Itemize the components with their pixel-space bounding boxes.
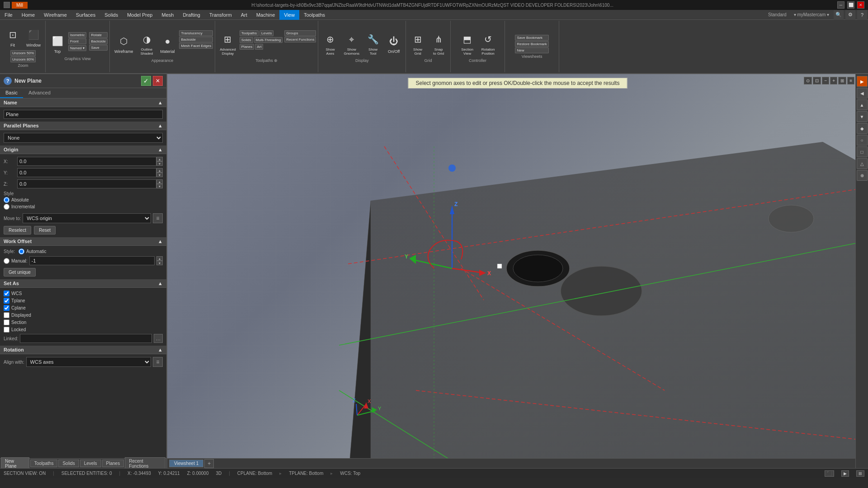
show-tool-button[interactable]: 🔧 ShowTool [363, 30, 383, 57]
menu-drafting[interactable]: Drafting [178, 10, 205, 20]
name-input[interactable] [4, 110, 163, 119]
save-bookmark-button[interactable]: Save Bookmark [515, 35, 548, 41]
right-btn-1[interactable]: ▶ [857, 76, 868, 87]
right-btn-5[interactable]: ◆ [857, 123, 868, 134]
minimize-button[interactable]: ─ [837, 1, 844, 9]
menu-surfaces[interactable]: Surfaces [71, 10, 100, 20]
manual-value-input[interactable] [29, 256, 155, 265]
restore-button[interactable]: ⬜ [847, 1, 854, 9]
menu-home[interactable]: Home [17, 10, 39, 20]
name-section-header[interactable]: Name ▲ [0, 99, 166, 107]
menu-model-prep[interactable]: Model Prep [123, 10, 157, 20]
restore-bookmark-button[interactable]: Restore Bookmark [515, 41, 548, 47]
automatic-radio[interactable] [19, 249, 24, 254]
wcs-checkbox[interactable] [4, 291, 9, 296]
section-checkbox-row[interactable]: Section [4, 319, 163, 325]
status-btn-3[interactable]: ⊞ [856, 470, 864, 477]
right-btn-7[interactable]: □ [857, 146, 868, 157]
menu-wireframe[interactable]: Wireframe [39, 10, 71, 20]
manual-spin-down[interactable]: ▼ [156, 261, 163, 265]
cplane-status[interactable]: CPLANE: Bottom [237, 471, 272, 476]
linked-browse-button[interactable]: … [154, 334, 163, 343]
pbt-recent-functions[interactable]: Recent Functions [125, 457, 165, 469]
reselect-button[interactable]: Reselect [4, 226, 31, 235]
unzoom80-button[interactable]: Unzoom 80% [10, 56, 36, 62]
set-as-header[interactable]: Set As ▲ [0, 279, 166, 288]
move-to-select[interactable]: WCS origin [23, 213, 151, 223]
isometric-button[interactable]: Isometric [68, 32, 86, 38]
right-btn-2[interactable]: ◀ [857, 88, 868, 99]
top-view-button[interactable]: ⬜ Top [47, 32, 67, 56]
right-btn-4[interactable]: ▼ [857, 111, 868, 122]
tab-mill[interactable]: Mill [12, 2, 28, 9]
help-button[interactable]: ? [857, 10, 867, 20]
unzoom50-button[interactable]: Unzoom 50% [10, 50, 36, 56]
levels-btn[interactable]: Levels [259, 30, 274, 36]
new-viewsheet-button[interactable]: New [515, 47, 548, 53]
close-button[interactable]: ✕ [857, 1, 864, 9]
linked-input[interactable] [20, 334, 152, 343]
reset-button[interactable]: Reset [34, 226, 56, 235]
window-button[interactable]: ⬛ Window [24, 26, 43, 49]
rotation-header[interactable]: Rotation ▲ [0, 346, 166, 354]
wcs-checkbox-row[interactable]: WCS [4, 291, 163, 296]
right-btn-8[interactable]: △ [857, 158, 868, 169]
z-spin-up[interactable]: ▲ [156, 179, 163, 184]
tplane-status[interactable]: TPLANE: Bottom [289, 471, 323, 476]
on-off-button[interactable]: ⏻ On/Off [384, 30, 404, 57]
parallel-planes-select[interactable]: None [4, 133, 163, 143]
front-view-button[interactable]: Front [68, 38, 86, 44]
align-menu-button[interactable]: ≡ [153, 357, 163, 367]
section-checkbox[interactable] [4, 319, 9, 325]
viewport[interactable]: Select gnomon axes to edit or press OK/D… [167, 74, 868, 468]
right-btn-6[interactable]: ○ [857, 135, 868, 145]
x-input[interactable] [17, 157, 156, 166]
advanced-display-button[interactable]: ⊞ AdvancedDisplay [217, 30, 239, 57]
add-viewsheet-button[interactable]: + [204, 459, 214, 468]
work-offset-header[interactable]: Work Offset ▲ [0, 237, 166, 246]
section-view-button[interactable]: ⬒ SectionView [458, 30, 477, 57]
groups-btn[interactable]: Groups [284, 30, 316, 36]
show-gnomons-button[interactable]: ⌖ ShowGnomons [341, 30, 362, 57]
menu-file[interactable]: File [0, 10, 17, 20]
save-view-button[interactable]: Save [89, 45, 107, 51]
locked-checkbox-row[interactable]: Locked [4, 327, 163, 333]
manual-radio-row[interactable]: Manual: [4, 258, 28, 264]
wireframe-button[interactable]: ⬡ Wireframe [112, 30, 136, 57]
backside-btn[interactable]: Backside [179, 37, 213, 42]
solids-btn[interactable]: Solids [240, 37, 253, 43]
manual-radio[interactable] [4, 258, 9, 264]
menu-machine[interactable]: Machine [252, 10, 280, 20]
cancel-button[interactable]: ✕ [153, 76, 163, 86]
right-btn-3[interactable]: ▲ [857, 99, 868, 110]
x-spin-up[interactable]: ▲ [156, 157, 163, 161]
manual-spin-up[interactable]: ▲ [156, 256, 163, 261]
named-button[interactable]: Named ▾ [68, 45, 86, 51]
planes-btn[interactable]: Planes [240, 44, 254, 50]
parallel-planes-header[interactable]: Parallel Planes ▲ [0, 122, 166, 130]
cplane-checkbox-row[interactable]: Cplane [4, 305, 163, 311]
pbt-planes[interactable]: Planes [102, 460, 124, 467]
y-input[interactable] [17, 168, 156, 177]
menu-toolpaths[interactable]: Toolpaths [299, 10, 330, 20]
automatic-radio-row[interactable]: Automatic [19, 249, 46, 254]
help-icon[interactable]: ? [4, 77, 12, 85]
outline-shaded-button[interactable]: ◑ OutlineShaded [137, 30, 156, 57]
menu-view[interactable]: View [279, 10, 299, 20]
ok-button[interactable]: ✓ [141, 76, 151, 86]
toolpaths-btn[interactable]: Toolpaths [240, 30, 259, 36]
displayed-checkbox-row[interactable]: Displayed [4, 312, 163, 318]
recent-functions-btn[interactable]: Recent Functions [284, 37, 316, 42]
fit-button[interactable]: ⊡ Fit [3, 26, 23, 49]
pbt-solids[interactable]: Solids [58, 460, 79, 467]
align-with-select[interactable]: WCS axes [26, 357, 151, 367]
cplane-checkbox[interactable] [4, 305, 9, 311]
mesh-facet-edges-button[interactable]: Mesh Facet Edges [179, 43, 213, 49]
rotate-button[interactable]: Rotate [89, 32, 107, 38]
show-axes-button[interactable]: ⊕ ShowAxes [320, 30, 340, 57]
pbt-levels[interactable]: Levels [80, 460, 101, 467]
y-spin-up[interactable]: ▲ [156, 168, 163, 173]
locked-checkbox[interactable] [4, 327, 9, 333]
search-button[interactable]: 🔍 [834, 10, 844, 20]
status-btn-2[interactable]: ▶ [841, 470, 849, 477]
